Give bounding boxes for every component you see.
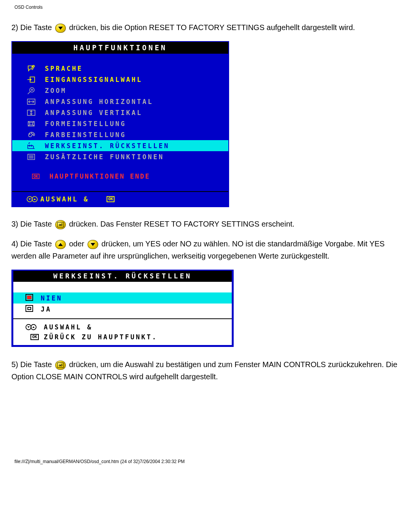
label: SPRACHE [45, 65, 83, 72]
svg-text:?: ? [33, 65, 35, 67]
label: ZUSÄTZLICHE FUNKTIONEN [45, 153, 164, 161]
osd-footer: AUSWAHL & OK [12, 191, 228, 206]
menu-item-close[interactable]: OK HAUPTFUNKTIONEN ENDE [12, 171, 228, 182]
vertical-icon [27, 109, 36, 117]
down-button-icon [55, 24, 66, 33]
t: drücken, um die Auswahl zu bestätigen un… [11, 360, 397, 381]
label: FORMEINSTELLUNG [45, 120, 126, 128]
label: ZOOM [45, 87, 67, 94]
label: JA [41, 305, 51, 313]
svg-text:OK: OK [33, 174, 38, 179]
menu-item-horizontal[interactable]: ANPASSUNG HORIZONTAL [12, 96, 228, 107]
osd2-footer: AUSWAHL & OK ZÜRÜCK ZU HAUPTFUNKT. [13, 318, 232, 345]
t: drücken. Das Fenster RESET TO FACTORY SE… [67, 220, 295, 228]
menu-item-extra[interactable]: ZUSÄTZLICHE FUNKTIONEN [12, 151, 228, 162]
menu-item-zoom[interactable]: ZOOM [12, 85, 228, 96]
t: 4) Die Taste [11, 240, 54, 248]
t: drücken, bis die Option RESET TO FACTORY… [67, 23, 355, 32]
updown-icon [25, 324, 37, 331]
up-button-icon [55, 240, 66, 249]
ok-button-icon [55, 220, 66, 229]
label: HAUPTFUNKTIONEN ENDE [49, 173, 150, 180]
menu-item-vertical[interactable]: ANPASSUNG VERTIKAL [12, 107, 228, 118]
palette-icon [27, 131, 36, 139]
menu-item-factory-reset[interactable]: WERKSEINST. RÜCKSTELLEN [12, 140, 228, 151]
zoom-icon [27, 87, 36, 94]
step-2-text: 2) Die Taste drücken, bis die Option RES… [11, 21, 400, 34]
updown-icon [27, 196, 38, 203]
osd-title: HAUPTFUNKTIONEN [12, 42, 228, 54]
shape-icon [27, 120, 36, 128]
label: AUSWAHL & [40, 195, 89, 203]
option-no[interactable]: NIEN [13, 292, 232, 304]
menu-item-input[interactable]: EINGANGSSIGNALWAHL [12, 74, 228, 85]
factory-icon [27, 142, 36, 150]
step-4-text: 4) Die Taste oder drücken, um YES oder N… [11, 238, 400, 262]
label: ANPASSUNG HORIZONTAL [45, 98, 153, 105]
t: oder [67, 240, 86, 248]
label: ANPASSUNG VERTIKAL [45, 109, 142, 117]
label: AUSWAHL & [44, 323, 92, 331]
label: FARBEINSTELLUNG [45, 131, 126, 139]
down-button-icon [88, 240, 98, 249]
label: ZÜRÜCK ZU HAUPTFUNKT. [44, 333, 158, 341]
ok-icon: OK [107, 196, 115, 202]
osd-main-menu: HAUPTFUNKTIONEN ? SPRACHE EINGANGSSIGNAL… [11, 41, 229, 207]
svg-point-7 [31, 133, 32, 134]
label: WERKSEINST. RÜCKSTELLEN [45, 142, 169, 150]
page-header: OSD Controls [14, 5, 400, 10]
step-5-text: 5) Die Taste drücken, um die Auswahl zu … [11, 358, 400, 383]
t: 3) Die Taste [11, 220, 54, 228]
list-icon [27, 153, 36, 161]
radio-icon [25, 305, 33, 312]
osd2-title: WERKSEINST. RÜCKSETLLEN [13, 271, 232, 282]
page-footer: file:///Z|/multi_manual/GERMAN/OSD/osd_c… [14, 459, 400, 464]
ok-box-icon: OK [31, 173, 40, 180]
svg-point-8 [33, 134, 33, 135]
t: 5) Die Taste [11, 360, 54, 369]
step-3-text: 3) Die Taste drücken. Das Fenster RESET … [11, 218, 400, 230]
radio-selected-icon [25, 294, 33, 301]
speech-icon: ? [27, 65, 36, 72]
horizontal-icon [27, 98, 36, 105]
menu-item-sprache[interactable]: ? SPRACHE [12, 63, 228, 74]
menu-item-shape[interactable]: FORMEINSTELLUNG [12, 118, 228, 129]
menu-item-color[interactable]: FARBEINSTELLUNG [12, 129, 228, 140]
ok-icon: OK [30, 334, 38, 340]
label: EINGANGSSIGNALWAHL [45, 76, 142, 83]
svg-point-6 [29, 134, 30, 134]
osd-reset-window: WERKSEINST. RÜCKSETLLEN NIEN JA AUSWAHL … [11, 270, 234, 347]
t: 2) Die Taste [11, 23, 54, 32]
label: NIEN [41, 294, 62, 302]
ok-button-icon [55, 361, 66, 370]
input-icon [27, 76, 36, 83]
option-yes[interactable]: JA [13, 304, 232, 315]
